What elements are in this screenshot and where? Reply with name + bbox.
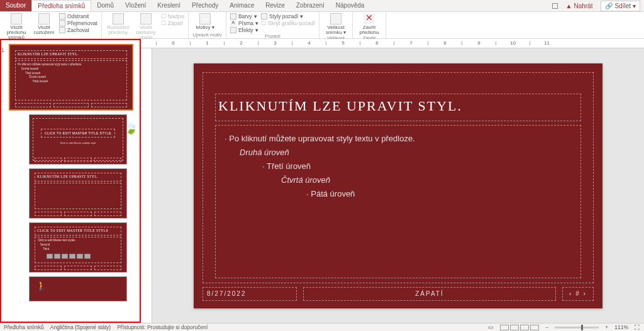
fonts-button[interactable]: APísma ▾ [230, 20, 258, 26]
title-placeholder[interactable]: KLIKNUTÍM LZE UPRAVIT STYL. [215, 94, 581, 121]
tab-insert[interactable]: Vložení [119, 0, 152, 11]
group-edit-theme: Aa Motivy ▾ Upravit motiv [189, 12, 226, 38]
master-thumb-footers [15, 103, 127, 107]
group-background-label: Pozadí [230, 33, 315, 39]
slide-size-button[interactable]: Velikost snímku ▾ [323, 13, 348, 35]
ruler-tick: 2 [224, 41, 258, 45]
ruler-tick: 8 [428, 41, 462, 45]
title-checkbox: ☐ Nadpis [161, 13, 184, 19]
zoom-slider[interactable] [555, 327, 599, 328]
master-thumb-title: KLIKNUTÍM LZE UPRAVIT STYL. [15, 50, 127, 59]
group-edit-master: Vložit předlohu snímků Vložit rozložení … [0, 12, 102, 38]
master-thumbnail[interactable]: 1 KLIKNUTÍM LZE UPRAVIT STYL. Po kliknut… [9, 44, 133, 111]
editor-area: 0 1 2 3 4 5 6 7 8 9 10 11 KLIKNUTÍM LZE … [141, 39, 644, 323]
view-normal-button[interactable] [500, 325, 509, 330]
text-level-3: Třetí úroveň [225, 160, 572, 173]
slide-master[interactable]: KLIKNUTÍM LZE UPRAVIT STYL. Po kliknutí … [194, 63, 602, 308]
layout-thumbnail-4[interactable]: 🚶 [29, 276, 127, 301]
layout-thumbnail-3[interactable]: CLICK TO EDIT MASTER TITLE STYLE Click t… [29, 222, 127, 273]
tab-help[interactable]: Nápověda [330, 0, 370, 11]
zoom-out-button[interactable]: − [545, 324, 548, 330]
preserve-button[interactable]: Zachovat [59, 27, 97, 33]
delete-button[interactable]: Odstranit [59, 13, 97, 19]
status-a11y[interactable]: Přístupnost: Prostudujte si doporučení [117, 324, 208, 330]
ruler-tick: 3 [258, 41, 292, 45]
notes-button[interactable]: ▭ [488, 324, 494, 330]
themes-button[interactable]: Aa Motivy ▾ [192, 13, 218, 30]
colors-button[interactable]: Barvy ▾ [230, 13, 258, 19]
zoom-in-button[interactable]: + [605, 324, 608, 330]
thumbnail-panel[interactable]: 1 KLIKNUTÍM LZE UPRAVIT STYL. Po kliknut… [0, 39, 141, 323]
tab-review[interactable]: Revize [260, 0, 291, 11]
effects-icon [230, 27, 236, 33]
slide-number-placeholder[interactable]: ‹ # › [562, 287, 594, 301]
insert-placeholder-button: Vložit zástupný objekt [133, 13, 158, 40]
master-layout-button: Rozložení předlohy [106, 13, 131, 35]
insert-slide-master-button[interactable]: Vložit předlohu snímků [4, 13, 29, 40]
themes-label: Motivy ▾ [196, 25, 214, 30]
close-icon: ✕ [364, 13, 375, 24]
layout1-subtitle: Click to edit Master subtitle style [41, 141, 115, 144]
preserve-icon [59, 27, 65, 33]
layout-thumbnail-2[interactable]: KLIKNUTÍM LZE UPRAVIT STYL. [29, 168, 127, 219]
view-sorter-button[interactable] [510, 325, 519, 330]
tab-home[interactable]: Domů [91, 0, 119, 11]
slide-size-label: Velikost snímku ▾ [323, 25, 348, 35]
ribbon: Vložit předlohu snímků Vložit rozložení … [0, 12, 644, 39]
status-mode: Předloha snímků [4, 324, 44, 330]
vertical-ruler[interactable] [141, 48, 152, 323]
bg-styles-button[interactable]: Styly pozadí ▾ [261, 13, 315, 19]
tab-slide-master[interactable]: Předloha snímků [31, 0, 91, 11]
main-area: 1 KLIKNUTÍM LZE UPRAVIT STYL. Po kliknut… [0, 39, 644, 323]
text-level-1: Po kliknutí můžete upravovat styly textu… [225, 132, 572, 146]
slide-canvas[interactable]: KLIKNUTÍM LZE UPRAVIT STYL. Po kliknutí … [152, 48, 644, 323]
share-button[interactable]: 🔗 Sdílet ▾ [601, 1, 640, 11]
bg-styles-label: Styly pozadí [269, 13, 298, 19]
master-layout-label: Rozložení předlohy [106, 25, 131, 35]
tab-animations[interactable]: Animace [224, 0, 260, 11]
ruler-tick: 9 [462, 41, 496, 45]
insert-layout-label: Vložit rozložení [31, 25, 57, 35]
ruler-tick: 10 [496, 41, 530, 45]
hide-bg-label: Skrýt grafiku pozadí [268, 20, 315, 26]
layout3-text: Click to edit Master text stylesSecondTh… [38, 239, 113, 251]
effects-button[interactable]: Efekty ▾ [230, 27, 258, 33]
bg-styles-icon [261, 13, 267, 19]
effects-label: Efekty [238, 27, 253, 33]
layout3-footers [35, 266, 121, 270]
hide-bg-checkbox: ☐ Skrýt grafiku pozadí [261, 20, 315, 26]
tab-bar: Soubor Předloha snímků Domů Vložení Kres… [0, 0, 644, 12]
tab-transitions[interactable]: Přechody [186, 0, 224, 11]
fonts-label: Písma [238, 20, 253, 26]
status-bar: Předloha snímků Angličtina (Spojené stát… [0, 323, 644, 331]
date-placeholder[interactable]: 8/27/2022 [203, 287, 297, 301]
view-slideshow-button[interactable] [530, 325, 539, 330]
layout1-footers [35, 158, 121, 162]
insert-slide-master-icon [11, 13, 22, 24]
tab-file[interactable]: Soubor [0, 0, 31, 11]
view-reading-button[interactable] [520, 325, 529, 330]
layout2-body [35, 183, 121, 209]
horizontal-ruler[interactable]: 0 1 2 3 4 5 6 7 8 9 10 11 [141, 39, 644, 48]
master-thumb-number: 1 [1, 47, 4, 53]
rename-button[interactable]: Přejmenovat [59, 20, 97, 26]
slide-size-icon [330, 13, 341, 24]
status-language[interactable]: Angličtina (Spojené státy) [50, 324, 111, 330]
master-thumb-lines: Po kliknutí můžete upravovat styly textu… [18, 63, 125, 84]
content-placeholder[interactable]: Po kliknutí můžete upravovat styly textu… [215, 125, 581, 278]
footer-placeholder[interactable]: ZÁPATÍ [303, 287, 556, 301]
text-level-4: Čtvrtá úroveň [225, 173, 572, 187]
content-placeholder-icons [44, 252, 93, 260]
preserve-label: Zachovat [67, 27, 89, 33]
insert-layout-button[interactable]: Vložit rozložení [31, 13, 57, 35]
text-level-5: Pátá úroveň [225, 187, 572, 201]
close-master-button[interactable]: ✕ Zavřít předlohu [357, 13, 382, 35]
tab-drawing[interactable]: Kreslení [152, 0, 186, 11]
layout2-title: KLIKNUTÍM LZE UPRAVIT STYL. [35, 173, 121, 182]
zoom-value[interactable]: 111% [614, 324, 628, 330]
fit-to-window-button[interactable]: ⛶ [635, 324, 640, 330]
layout-thumbnail-1[interactable]: CLICK TO EDIT MASTER TITLE STYLE Click t… [29, 114, 127, 165]
rename-icon [59, 20, 65, 26]
tab-view[interactable]: Zobrazení [291, 0, 330, 11]
upload-button[interactable]: ▲ Nahrát [562, 1, 597, 11]
